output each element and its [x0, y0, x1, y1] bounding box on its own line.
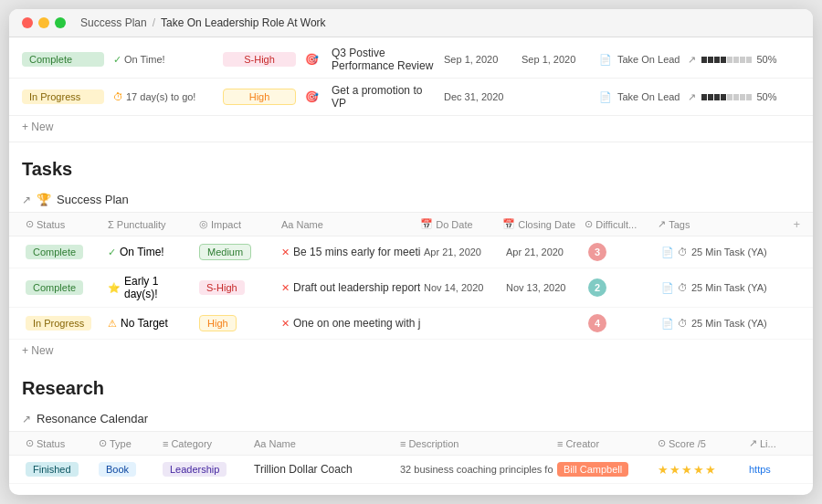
col-punctuality: Σ Punctuality — [104, 217, 195, 232]
doc-icon: 📄 — [661, 282, 674, 294]
goal-name: Get a promotion to VP — [332, 84, 435, 110]
task-dodate: Nov 14, 2020 — [420, 280, 502, 295]
tasks-section-title: Tasks — [9, 142, 813, 187]
status-badge: Finished — [26, 462, 79, 477]
progress-bar — [701, 94, 752, 100]
task-name: ✕ Draft out leadership report and strate… — [278, 279, 420, 296]
task-tags: 📄 ⏱ 25 Min Task (YA) — [658, 245, 800, 260]
table-row: In Progress ⚠ No Target High ✕ One on on… — [9, 308, 813, 340]
task-closing: Nov 13, 2020 — [502, 280, 585, 295]
add-goal-button[interactable]: + New — [9, 116, 813, 138]
status-badge: In Progress — [26, 316, 91, 331]
col-score: ⊙ Score /5 — [654, 436, 745, 451]
date1: Sep 1, 2020 — [444, 54, 512, 65]
subsection-label: Success Plan — [57, 193, 129, 206]
check-icon: ✓ — [108, 247, 116, 258]
punctuality-cell: ✓ On Time! — [113, 54, 214, 66]
col-type: ⊙ Type — [95, 436, 159, 451]
task-impact: Medium — [195, 242, 278, 262]
col-status: ⊙ Status — [22, 436, 95, 451]
task-dodate — [420, 321, 502, 325]
arrow-icon: ↗ — [22, 194, 31, 206]
task-name: ✕ Be 15 mins early for meeting with dire… — [278, 244, 420, 260]
app-window: Success Plan / Take On Leadership Role A… — [9, 9, 813, 495]
x-icon: ✕ — [281, 247, 290, 258]
clock-small-icon: ⏱ — [678, 247, 688, 257]
task-closing: Apr 21, 2020 — [502, 245, 585, 259]
status-badge: Complete — [22, 52, 104, 67]
progress-pct: 50% — [757, 91, 777, 102]
file-label: Take On Lead — [617, 54, 680, 65]
punctuality-cell: ⏱ 17 day(s) to go! — [113, 91, 214, 102]
goal-name: Q3 Postive Performance Review — [332, 47, 435, 72]
add-task-button[interactable]: + New — [9, 340, 813, 362]
research-category: Leadership — [159, 460, 250, 478]
task-closing — [502, 321, 585, 325]
doc-icon: 📄 — [661, 247, 674, 258]
research-table-header: ⊙ Status ⊙ Type ≡ Category Aa Name ≡ Des… — [9, 431, 813, 456]
star-icon: ⭐ — [108, 282, 121, 294]
col-impact-icon: ◎ — [199, 218, 208, 230]
col-description: ≡ Description — [396, 436, 553, 451]
table-row: In Progress ⏱ 17 day(s) to go! High 🎯 Ge… — [9, 79, 813, 116]
progress-area: 📄 Take On Lead ↗ 50% — [599, 54, 800, 66]
research-description: 32 business coaching principles for self… — [396, 462, 553, 477]
status-badge: In Progress — [22, 89, 104, 104]
minimize-button[interactable] — [38, 17, 49, 28]
breadcrumb-current: Take On Leadership Role At Work — [161, 16, 326, 29]
progress-pct: 50% — [757, 54, 777, 65]
add-column-button[interactable]: + — [793, 217, 800, 231]
impact-badge: S-High — [199, 280, 245, 295]
research-section-title: Research — [9, 362, 813, 406]
col-impact: ◎ Impact — [195, 216, 278, 232]
col-name: Aa Name — [278, 217, 416, 232]
breadcrumb-parent[interactable]: Success Plan — [80, 16, 147, 29]
x-icon: ✕ — [281, 318, 290, 330]
file-icon: 📄 — [599, 91, 612, 103]
main-content: Complete ✓ On Time! S-High 🎯 Q3 Postive … — [9, 37, 813, 495]
goal-icon: 🎯 — [305, 53, 319, 66]
close-button[interactable] — [22, 17, 33, 28]
col-creator: ≡ Creator — [553, 436, 654, 451]
task-punctuality: ✓ On Time! — [104, 244, 195, 260]
task-punctuality: ⚠ No Target — [104, 315, 195, 331]
breadcrumb-separator: / — [153, 16, 155, 29]
task-impact: S-High — [195, 278, 278, 297]
status-badge: Complete — [26, 280, 83, 295]
task-status: Complete — [22, 278, 104, 297]
difficulty-badge: 4 — [588, 314, 606, 332]
type-badge: Book — [99, 462, 136, 477]
link-icon: ↗ — [688, 91, 696, 103]
col-category: ≡ Category — [159, 436, 250, 451]
research-type: Book — [95, 460, 159, 478]
traffic-lights — [22, 17, 66, 28]
task-dodate: Apr 21, 2020 — [420, 245, 502, 259]
table-row: Complete ✓ On Time! S-High 🎯 Q3 Postive … — [9, 41, 813, 79]
maximize-button[interactable] — [55, 17, 66, 28]
impact-badge: S-High — [223, 52, 296, 67]
task-status: In Progress — [22, 314, 104, 332]
task-tags: 📄 ⏱ 25 Min Task (YA) — [658, 316, 800, 331]
category-badge: Leadership — [163, 462, 227, 477]
task-status: Complete — [22, 243, 104, 261]
col-status: ⊙ Status — [22, 216, 104, 232]
col-status-icon: ⊙ — [26, 218, 34, 230]
clock-icon: ⏱ — [113, 91, 123, 102]
research-subsection-label: Resonance Calendar — [37, 412, 148, 425]
col-tags-icon: ↗ — [658, 218, 666, 230]
col-link: ↗ Li... — [745, 436, 800, 451]
stars: ★★★★★ — [658, 463, 717, 477]
research-link[interactable]: https — [745, 462, 800, 477]
col-closing-icon: 📅 — [502, 218, 515, 230]
col-closing: 📅 Closing Date — [499, 216, 581, 232]
col-name-icon: Aa — [281, 219, 293, 230]
research-status: Finished — [22, 460, 95, 478]
task-punctuality: ⭐ Early 1 day(s)! — [104, 273, 195, 302]
table-row: Complete ⭐ Early 1 day(s)! S-High ✕ Draf… — [9, 268, 813, 308]
impact-badge: High — [223, 89, 296, 105]
tasks-table-header: ⊙ Status Σ Punctuality ◎ Impact Aa Name … — [9, 212, 813, 236]
check-icon: ✓ — [113, 54, 121, 66]
file-label: Take On Lead — [617, 91, 680, 102]
doc-icon: 📄 — [661, 318, 674, 330]
col-punctuality-icon: Σ — [108, 219, 114, 230]
